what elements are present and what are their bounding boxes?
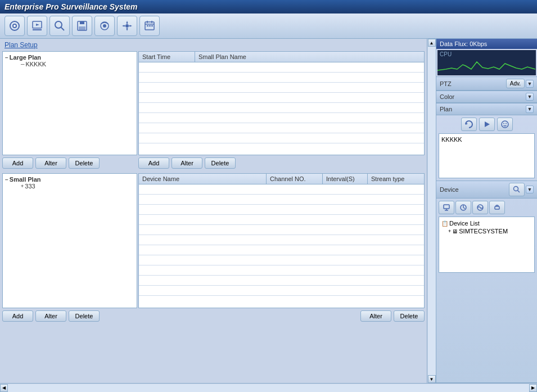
small-plan-btn-row: Add Alter Delete bbox=[2, 308, 137, 324]
table-row[interactable] bbox=[139, 123, 424, 133]
small-plan-item-333[interactable]: + 333 bbox=[5, 183, 134, 190]
ptz-collapse-btn[interactable]: ▼ bbox=[526, 80, 534, 88]
ptz-label: PTZ bbox=[440, 80, 452, 87]
table-row[interactable] bbox=[139, 133, 424, 143]
ptz-section: PTZ Adv. ▼ bbox=[436, 77, 537, 91]
plan-play-btn[interactable] bbox=[479, 118, 495, 131]
large-plan-right-delete-btn[interactable]: Delete bbox=[205, 157, 236, 169]
table-row[interactable] bbox=[139, 235, 424, 245]
small-plan-tree: − Small Plan + 333 bbox=[2, 173, 137, 308]
small-plan-collapse-icon[interactable]: − bbox=[5, 177, 8, 183]
table-row[interactable] bbox=[139, 83, 424, 93]
table-row[interactable] bbox=[139, 103, 424, 113]
table-row[interactable] bbox=[139, 93, 424, 103]
live-view-btn[interactable] bbox=[4, 16, 25, 36]
data-flux-header: Data Flux: 0Kbps bbox=[436, 39, 537, 49]
device-list-item[interactable]: 📋 Device List bbox=[441, 219, 532, 227]
data-flux-section: Data Flux: 0Kbps CPU bbox=[436, 39, 537, 77]
large-plan-right-add-btn[interactable]: Add bbox=[138, 157, 169, 169]
col-channel-no: Channel NO. bbox=[267, 174, 323, 184]
svg-point-12 bbox=[103, 24, 106, 28]
plan-sidebar-collapse-btn[interactable]: ▼ bbox=[526, 105, 534, 113]
table-row[interactable] bbox=[139, 286, 424, 296]
small-plan-alter-btn[interactable]: Alter bbox=[35, 310, 66, 322]
svg-rect-35 bbox=[495, 206, 499, 209]
schedule-btn[interactable] bbox=[139, 16, 160, 36]
small-plan-header: − Small Plan bbox=[5, 176, 134, 183]
device-search-btn[interactable] bbox=[509, 183, 525, 196]
camera-btn[interactable] bbox=[94, 16, 115, 36]
h-scroll-track[interactable] bbox=[8, 384, 529, 392]
plan-refresh-btn[interactable] bbox=[461, 118, 477, 131]
color-section: Color ▼ bbox=[436, 91, 537, 103]
col-device-name: Device Name bbox=[139, 174, 267, 184]
playback-btn[interactable] bbox=[27, 16, 47, 36]
large-plan-section: − Large Plan ─ KKKKK Add Alter Delete bbox=[2, 51, 425, 171]
ptz-header[interactable]: PTZ Adv. ▼ bbox=[436, 77, 537, 91]
plan-face-btn[interactable] bbox=[497, 118, 513, 131]
small-plan-add-btn[interactable]: Add bbox=[2, 310, 33, 322]
cpu-graph: CPU bbox=[437, 50, 536, 75]
large-plan-item-kkkkk[interactable]: ─ KKKKK bbox=[5, 61, 134, 67]
search-btn[interactable] bbox=[49, 16, 70, 36]
simtecsystem-item[interactable]: + 🖥 SIMTECSYSTEM bbox=[441, 227, 532, 235]
title-bar: Enterprise Pro Surveillance System bbox=[0, 0, 537, 13]
large-plan-header: − Large Plan bbox=[5, 54, 134, 61]
col-start-time: Start Time bbox=[139, 52, 195, 62]
device-btn-2[interactable] bbox=[455, 201, 471, 214]
ptz-adv-btn[interactable]: Adv. bbox=[506, 79, 525, 88]
vertical-scrollbar[interactable]: ▲ ▼ bbox=[427, 39, 436, 383]
large-plan-delete-btn[interactable]: Delete bbox=[69, 157, 100, 169]
device-collapse-btn[interactable]: ▼ bbox=[526, 186, 534, 193]
color-label: Color bbox=[440, 93, 454, 100]
device-btn-1[interactable] bbox=[439, 201, 454, 214]
table-row[interactable] bbox=[139, 62, 424, 73]
large-plan-right-alter-btn[interactable]: Alter bbox=[172, 157, 202, 169]
small-plan-right-delete-btn[interactable]: Delete bbox=[394, 310, 425, 322]
svg-rect-10 bbox=[79, 26, 85, 30]
horizontal-scrollbar[interactable]: ◀ ▶ bbox=[0, 383, 537, 392]
device-expand-icon[interactable]: + bbox=[448, 228, 451, 234]
settings-btn[interactable] bbox=[117, 16, 137, 36]
col-stream-type: Stream type bbox=[368, 174, 424, 184]
large-plan-collapse-icon[interactable]: − bbox=[5, 55, 8, 61]
table-row[interactable] bbox=[139, 255, 424, 265]
scroll-track[interactable] bbox=[428, 47, 436, 375]
large-plan-table-body bbox=[139, 62, 424, 143]
device-btn-4[interactable] bbox=[489, 201, 505, 214]
large-plan-add-btn[interactable]: Add bbox=[2, 157, 33, 169]
scroll-up-arrow[interactable]: ▲ bbox=[428, 39, 436, 47]
device-header[interactable]: Device ▼ bbox=[436, 181, 537, 199]
scroll-left-arrow[interactable]: ◀ bbox=[0, 384, 8, 392]
device-section: Device ▼ bbox=[436, 181, 537, 383]
plan-sidebar-label: Plan bbox=[440, 106, 452, 112]
table-row[interactable] bbox=[139, 205, 424, 215]
plan-sidebar-content: KKKKK bbox=[436, 115, 537, 181]
table-row[interactable] bbox=[139, 215, 424, 225]
plan-sidebar-item[interactable]: KKKKK bbox=[441, 136, 462, 143]
save-btn[interactable] bbox=[72, 16, 92, 36]
table-row[interactable] bbox=[139, 73, 424, 83]
color-collapse-btn[interactable]: ▼ bbox=[526, 93, 534, 101]
table-row[interactable] bbox=[139, 265, 424, 276]
small-plan-right-alter-btn[interactable]: Alter bbox=[360, 310, 391, 322]
large-plan-alter-btn[interactable]: Alter bbox=[35, 157, 66, 169]
table-row[interactable] bbox=[139, 184, 424, 195]
plan-setup-label[interactable]: Plan Setup bbox=[2, 41, 425, 49]
scroll-down-arrow[interactable]: ▼ bbox=[428, 375, 436, 383]
svg-point-23 bbox=[502, 121, 508, 128]
svg-rect-28 bbox=[444, 205, 449, 209]
table-row[interactable] bbox=[139, 245, 424, 255]
small-plan-delete-btn[interactable]: Delete bbox=[69, 310, 100, 322]
device-btn-3[interactable] bbox=[472, 201, 488, 214]
app-title: Enterprise Pro Surveillance System bbox=[4, 2, 138, 11]
table-row[interactable] bbox=[139, 195, 424, 205]
table-row[interactable] bbox=[139, 113, 424, 123]
scroll-right-arrow[interactable]: ▶ bbox=[529, 384, 537, 392]
table-row[interactable] bbox=[139, 276, 424, 286]
large-plan-btn-row: Add Alter Delete bbox=[2, 155, 137, 171]
color-header[interactable]: Color ▼ bbox=[436, 91, 537, 103]
svg-point-2 bbox=[13, 25, 16, 27]
plan-sidebar-header[interactable]: Plan ▼ bbox=[436, 103, 537, 115]
table-row[interactable] bbox=[139, 225, 424, 235]
